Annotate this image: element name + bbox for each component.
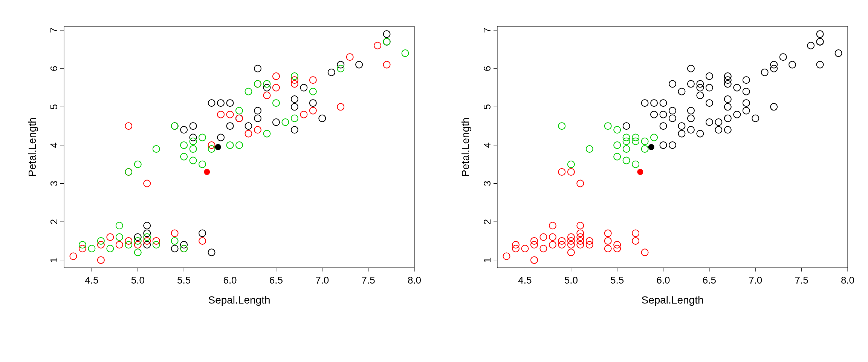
x-tick-label: 6.0 (223, 275, 237, 286)
data-point (291, 103, 298, 110)
data-point (180, 126, 187, 133)
data-point (697, 80, 703, 87)
data-point (678, 88, 685, 95)
data-point (199, 134, 206, 141)
x-tick-label: 8.0 (408, 275, 421, 286)
data-point (706, 100, 713, 106)
data-point (586, 238, 593, 244)
data-point (328, 69, 335, 76)
y-tick-label: 1 (481, 257, 493, 262)
data-point (648, 144, 654, 150)
data-point (402, 50, 409, 57)
data-point (384, 31, 390, 37)
x-tick-label: 5.5 (177, 275, 191, 286)
data-point (651, 100, 657, 106)
data-point (549, 222, 556, 229)
data-point (807, 42, 814, 49)
data-point (660, 123, 667, 129)
data-point (568, 238, 575, 244)
data-point (217, 100, 224, 106)
data-point (651, 134, 657, 141)
data-point (734, 84, 740, 91)
data-point (217, 111, 224, 118)
data-point (134, 234, 141, 241)
data-point (310, 77, 316, 83)
data-point (688, 115, 694, 122)
data-point (291, 80, 298, 87)
data-point (291, 73, 298, 80)
data-point (273, 100, 280, 106)
data-point (558, 169, 565, 175)
data-point (180, 153, 187, 160)
y-tick-label: 1 (48, 257, 60, 262)
x-tick-label: 7.5 (795, 275, 808, 286)
data-point (98, 241, 104, 248)
data-point (817, 31, 824, 37)
data-point (706, 73, 713, 80)
x-tick-label: 6.0 (656, 275, 670, 286)
y-tick-label: 5 (48, 104, 60, 109)
data-point (521, 245, 528, 252)
data-point (678, 123, 685, 129)
data-point (190, 146, 197, 152)
data-point (153, 241, 160, 248)
data-point (208, 142, 215, 149)
data-point (632, 161, 639, 168)
data-point (190, 134, 197, 141)
data-point (817, 38, 824, 45)
data-point (503, 253, 510, 260)
data-point (586, 146, 593, 152)
data-point (780, 54, 787, 60)
x-tick-label: 6.5 (269, 275, 283, 286)
data-point (227, 111, 234, 118)
data-point (153, 146, 160, 152)
data-point (761, 69, 768, 76)
data-point (623, 146, 630, 152)
data-point (623, 123, 630, 129)
data-point (125, 169, 132, 175)
data-point (125, 123, 132, 129)
y-tick-label: 6 (48, 66, 60, 71)
data-point (660, 142, 667, 149)
data-point (254, 115, 261, 122)
data-point (605, 238, 611, 244)
data-point (660, 100, 667, 106)
data-point (254, 65, 261, 72)
x-tick-label: 8.0 (841, 275, 854, 286)
data-point (79, 241, 86, 248)
data-point (549, 234, 556, 241)
y-axis-label: Petal.Length (460, 117, 471, 176)
data-point (337, 103, 344, 110)
y-tick-label: 4 (48, 143, 60, 148)
data-point (88, 245, 95, 252)
data-point (568, 169, 575, 175)
data-point (734, 111, 740, 118)
y-tick-label: 5 (481, 104, 493, 109)
data-point (540, 245, 547, 252)
data-point (817, 61, 824, 68)
data-point (706, 119, 713, 126)
data-point (568, 161, 575, 168)
data-point (236, 142, 243, 149)
data-point (688, 107, 694, 114)
data-point (706, 84, 713, 91)
data-point (347, 54, 353, 60)
data-point (678, 130, 685, 137)
data-point (254, 80, 261, 87)
data-point (282, 119, 289, 126)
x-tick-label: 5.0 (131, 275, 145, 286)
data-point (614, 241, 620, 248)
data-point (743, 77, 750, 83)
data-point (144, 222, 150, 229)
data-point (614, 126, 620, 133)
data-point (291, 77, 298, 83)
data-point (605, 245, 611, 252)
data-point (623, 138, 630, 145)
data-point (651, 111, 657, 118)
scatter-plot-left: 4.55.05.56.06.57.07.58.01234567Sepal.Len… (15, 15, 426, 324)
data-point (134, 238, 141, 244)
x-tick-label: 5.0 (564, 275, 578, 286)
data-point (79, 245, 86, 252)
y-tick-label: 4 (481, 143, 493, 148)
data-point (549, 241, 556, 248)
